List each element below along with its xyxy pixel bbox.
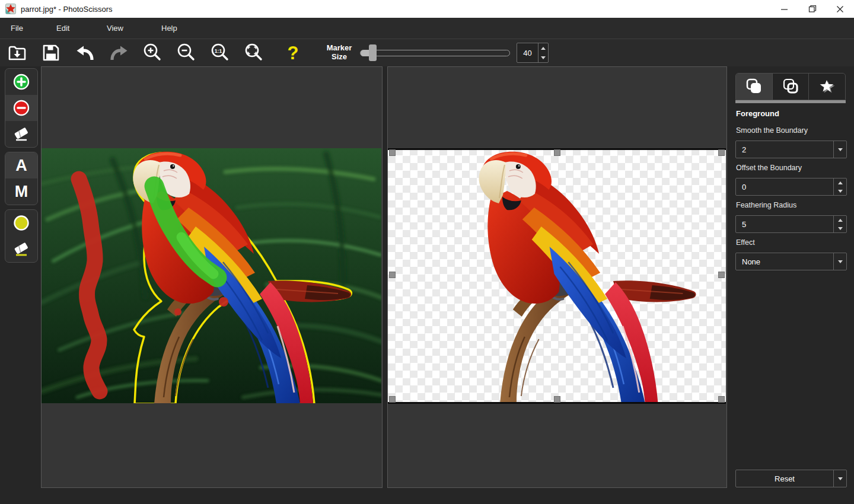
- minimize-button[interactable]: [770, 0, 798, 18]
- properties-tabs: [735, 73, 846, 100]
- tabs-underline: [735, 100, 846, 103]
- smooth-boundary-dropdown[interactable]: 2: [735, 141, 847, 158]
- arrow-up-icon: [541, 47, 546, 50]
- window-controls: [770, 0, 854, 18]
- red-minus-icon: [12, 99, 30, 117]
- resize-handle-bottom-center[interactable]: [554, 396, 560, 403]
- redo-button[interactable]: [106, 41, 132, 65]
- dropdown-arrow-icon: [838, 477, 843, 480]
- save-button[interactable]: [38, 41, 64, 65]
- zoom-out-icon: [176, 43, 196, 63]
- yellow-boundary-eraser-button[interactable]: [5, 236, 37, 262]
- auto-mode-button[interactable]: A: [5, 152, 37, 178]
- background-tab-icon: [781, 77, 800, 96]
- reset-button[interactable]: Reset: [735, 470, 847, 487]
- help-button[interactable]: ?: [280, 41, 306, 65]
- zoom-out-button[interactable]: [173, 41, 199, 65]
- add-foreground-marker-button[interactable]: [5, 69, 37, 95]
- close-button[interactable]: [826, 0, 854, 18]
- tab-background[interactable]: [773, 74, 810, 100]
- feathering-radius-up-button[interactable]: [834, 216, 846, 224]
- source-image-canvas[interactable]: [41, 66, 383, 488]
- effect-label: Effect: [736, 238, 755, 247]
- slider-groove: [360, 50, 510, 56]
- menu-help[interactable]: Help: [155, 18, 183, 39]
- resize-handle-middle-left[interactable]: [389, 272, 396, 278]
- tab-foreground[interactable]: [736, 74, 773, 100]
- toolbar: 1:1 ? Marker Size 40: [0, 39, 854, 66]
- zoom-in-button[interactable]: [139, 41, 165, 65]
- smooth-boundary-label: Smooth the Boundary: [736, 126, 808, 135]
- menu-help-label: Help: [161, 24, 177, 33]
- save-icon: [41, 43, 61, 63]
- yellow-boundary-marker-button[interactable]: [5, 210, 37, 236]
- offset-boundary-spinner[interactable]: 0: [735, 178, 847, 196]
- result-image-canvas[interactable]: [387, 66, 727, 488]
- reset-button-label: Reset: [736, 470, 833, 487]
- menu-file[interactable]: File: [5, 18, 29, 39]
- marker-size-spinbox[interactable]: 40: [517, 43, 549, 63]
- dropdown-arrow-icon: [838, 260, 843, 263]
- remove-background-marker-button[interactable]: [5, 95, 37, 121]
- marker-size-slider[interactable]: [360, 44, 510, 62]
- resize-handle-top-right[interactable]: [718, 149, 725, 156]
- menu-edit[interactable]: Edit: [50, 18, 75, 39]
- offset-boundary-up-button[interactable]: [834, 178, 846, 187]
- open-button[interactable]: [4, 41, 30, 65]
- restore-button[interactable]: [798, 0, 826, 18]
- tab-effects[interactable]: [809, 74, 845, 100]
- close-icon: [836, 5, 844, 13]
- menu-view-label: View: [107, 24, 123, 33]
- spin-down-button[interactable]: [538, 53, 548, 62]
- menu-bar: File Edit View Help: [0, 18, 854, 39]
- smooth-boundary-dropdown-button[interactable]: [833, 141, 846, 158]
- reset-dropdown-button[interactable]: [833, 470, 846, 487]
- offset-boundary-label: Offset the Boundary: [736, 164, 802, 172]
- resize-handle-top-center[interactable]: [554, 149, 560, 156]
- marker-eraser-button[interactable]: [5, 121, 37, 147]
- marker-size-value: 40: [517, 43, 538, 62]
- open-file-icon: [7, 43, 27, 63]
- eraser-icon: [12, 125, 30, 143]
- feathering-radius-down-button[interactable]: [834, 224, 846, 232]
- marker-size-label: Marker Size: [322, 44, 356, 62]
- undo-icon: [75, 44, 95, 62]
- zoom-actual-size-text: 1:1: [215, 48, 222, 54]
- undo-button[interactable]: [72, 41, 98, 65]
- zoom-fit-button[interactable]: [241, 41, 267, 65]
- source-photo[interactable]: [42, 148, 381, 403]
- zoom-in-icon: [142, 43, 162, 63]
- help-icon: ?: [288, 44, 299, 62]
- manual-mode-button[interactable]: M: [5, 178, 37, 205]
- resize-handle-bottom-left[interactable]: [389, 396, 396, 403]
- menu-view[interactable]: View: [101, 18, 129, 39]
- menu-file-label: File: [11, 24, 23, 33]
- effect-value: None: [736, 253, 833, 270]
- feathering-radius-value: 5: [736, 216, 833, 232]
- zoom-actual-size-button[interactable]: 1:1: [207, 41, 233, 65]
- background-marker-dot: [219, 297, 228, 307]
- zoom-actual-size-icon: 1:1: [210, 43, 230, 63]
- menu-edit-label: Edit: [56, 24, 69, 33]
- feathering-radius-spinner[interactable]: 5: [735, 215, 847, 233]
- resize-handle-middle-right[interactable]: [718, 272, 725, 278]
- resize-handle-bottom-right[interactable]: [718, 396, 725, 403]
- restore-icon: [808, 5, 817, 13]
- properties-panel: Foreground Smooth the Boundary 2 Offset …: [731, 66, 854, 504]
- arrow-down-icon: [541, 56, 546, 59]
- section-title: Foreground: [736, 109, 779, 118]
- background-marker-dot: [174, 308, 181, 315]
- auto-mode-label: A: [15, 157, 27, 175]
- result-transparency-area[interactable]: [388, 148, 726, 404]
- effect-dropdown[interactable]: None: [735, 253, 847, 270]
- offset-boundary-down-button[interactable]: [834, 187, 846, 195]
- spin-up-button[interactable]: [538, 43, 548, 53]
- result-parrot-illustration: [388, 148, 726, 404]
- title-bar: parrot.jpg* - PhotoScissors: [0, 0, 854, 18]
- dropdown-arrow-icon: [838, 148, 843, 151]
- effect-dropdown-button[interactable]: [833, 253, 846, 270]
- resize-handle-top-left[interactable]: [389, 149, 396, 156]
- feathering-radius-arrows: [833, 216, 846, 232]
- star-tab-icon: [818, 77, 837, 96]
- slider-handle[interactable]: [369, 44, 377, 61]
